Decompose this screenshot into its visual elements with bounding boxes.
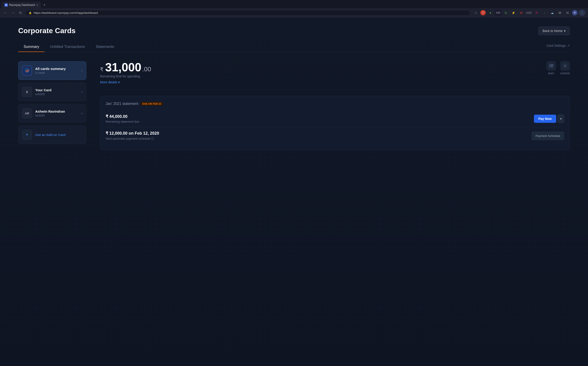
team-icon (547, 61, 556, 70)
tabs-row: Summary Unbilled Transactions Statements… (18, 42, 570, 52)
pay-now-section: Pay Now ▾ (534, 114, 564, 123)
card-item-your-card[interactable]: X Your Card xx5325 › (18, 83, 86, 101)
extension-icon-2[interactable]: ● (487, 9, 494, 16)
ashwin-card-icon: AR (22, 108, 32, 118)
your-card-name: Your Card (35, 88, 78, 92)
extension-icon-11[interactable]: M (557, 9, 563, 16)
new-tab-button[interactable]: + (42, 2, 47, 8)
extension-icon-9[interactable]: ↓ (541, 9, 548, 16)
tab-summary[interactable]: Summary (18, 42, 45, 52)
balance-section: ₹ 31,000 .00 Remaining limit for spendin… (100, 61, 570, 90)
all-cards-summary-sub: 3 cards (35, 71, 78, 75)
address-bar[interactable]: 🔒 https://dashboard.razorpay.com/#/app/d… (25, 10, 470, 16)
card-settings-link[interactable]: Card Settings ↗ (546, 44, 570, 50)
payment-schedule-button[interactable]: Payment Schedule (532, 132, 564, 140)
external-link-icon: ↗ (567, 44, 570, 47)
card-item-all-summary[interactable]: All cards summary 3 cards › (18, 61, 86, 80)
tab-unbilled-transactions[interactable]: Unbilled Transactions (45, 42, 90, 52)
main-content: All cards summary 3 cards › X Your Card … (18, 61, 570, 150)
close-tab-button[interactable]: × (36, 3, 38, 7)
ashwin-card-name: Ashwin Ravindran (35, 109, 78, 113)
back-button[interactable]: ← (3, 10, 8, 15)
svg-rect-0 (26, 71, 27, 72)
card-details: ₹ 31,000 .00 Remaining limit for spendin… (100, 61, 570, 150)
page-title: Corporate Cards (18, 27, 76, 35)
extension-icon-7[interactable]: ASP (526, 9, 532, 16)
tab-title: Razorpay Dashboard (9, 3, 35, 7)
statement-due-info: ₹ 44,000.00 Remaining statement due (106, 114, 139, 123)
extension-icon-12[interactable]: N (564, 9, 571, 16)
url-text: https://dashboard.razorpay.com/#/app/das… (34, 11, 98, 15)
ashwin-card-info: Ashwin Ravindran xx3243 (35, 109, 78, 117)
your-card-icon-text: X (26, 90, 28, 94)
add-on-card-item[interactable]: + Get an Add-on Card (18, 125, 86, 144)
extension-icon-8[interactable]: P (534, 9, 540, 16)
action-icons: team controls (547, 61, 570, 75)
balance-amount-row: ₹ 31,000 .00 (100, 61, 151, 73)
chevron-down-icon: ▾ (564, 29, 565, 33)
header-row: Corporate Cards Back to Home ▾ (18, 27, 570, 35)
browser-tab[interactable]: R Razorpay Dashboard × (2, 2, 41, 8)
your-card-icon: X (22, 87, 32, 97)
auto-payment-label: Next automatic payment schedule ⓘ (106, 137, 159, 141)
svg-point-5 (564, 65, 566, 67)
controls-label: controls (560, 72, 570, 75)
team-label: team (548, 72, 554, 75)
all-cards-summary-info: All cards summary 3 cards (35, 67, 78, 75)
currency-symbol: ₹ (100, 66, 103, 73)
add-card-icon: + (22, 130, 32, 140)
extension-icon-4[interactable]: G (503, 9, 509, 16)
browser-addressbar: ← → ↻ 🔒 https://dashboard.razorpay.com/#… (0, 8, 588, 17)
due-badge: DUE ON FEB 22 (141, 102, 163, 106)
controls-icon (560, 61, 570, 70)
more-details-link[interactable]: More details ▾ (100, 80, 151, 84)
chevron-down-icon-details: ▾ (118, 80, 120, 84)
controls-action-button[interactable]: controls (560, 61, 570, 75)
all-cards-summary-name: All cards summary (35, 67, 78, 71)
svg-point-3 (549, 64, 551, 66)
extension-icon-3[interactable]: 430 (495, 9, 501, 16)
extension-icon-5[interactable]: ⚡ (510, 9, 517, 16)
extension-icon-10[interactable]: ☁ (549, 9, 555, 16)
tab-statements[interactable]: Statements (90, 42, 119, 52)
statement-due-label: Remaining statement due (106, 120, 139, 123)
svg-point-4 (552, 64, 553, 66)
bookmark-icon[interactable]: ☆ (472, 9, 479, 16)
back-to-home-button[interactable]: Back to Home ▾ (538, 27, 570, 35)
balance-info: ₹ 31,000 .00 Remaining limit for spendin… (100, 61, 151, 84)
extension-icon-1[interactable]: 🛡 (480, 10, 486, 15)
pay-now-button[interactable]: Pay Now (534, 115, 556, 123)
team-action-button[interactable]: team (547, 61, 556, 75)
menu-icon[interactable]: ⋮ (579, 9, 585, 16)
more-details-label: More details (100, 80, 117, 84)
balance-label: Remaining limit for spending (100, 75, 151, 78)
lock-icon: 🔒 (29, 11, 32, 14)
svg-rect-1 (27, 70, 28, 72)
info-icon: ⓘ (151, 137, 154, 140)
profile-icon[interactable]: P (572, 10, 578, 15)
auto-payment-amount: ₹ 12,000.00 on Feb 12, 2020 (106, 131, 159, 136)
ashwin-card-icon-text: AR (25, 112, 29, 115)
add-on-card-label: Get an Add-on Card (35, 133, 65, 137)
browser-tabs: R Razorpay Dashboard × + (0, 0, 588, 8)
ashwin-card-chevron-icon: › (81, 111, 83, 115)
statement-row-auto-payment: ₹ 12,000.00 on Feb 12, 2020 Next automat… (106, 127, 564, 145)
card-item-ashwin[interactable]: AR Ashwin Ravindran xx3243 › (18, 104, 86, 123)
amount-main: 31,000 (105, 61, 141, 73)
statement-due-amount: ₹ 44,000.00 (106, 114, 139, 119)
back-to-home-label: Back to Home (542, 29, 563, 33)
forward-button[interactable]: → (10, 10, 16, 15)
cards-list: All cards summary 3 cards › X Your Card … (18, 61, 86, 150)
amount-decimal: .00 (142, 66, 151, 73)
your-card-info: Your Card xx5325 (35, 88, 78, 96)
pay-now-dropdown-button[interactable]: ▾ (557, 114, 564, 123)
tabs-container: Summary Unbilled Transactions Statements (18, 42, 119, 52)
shield-bar-icon (24, 68, 30, 74)
statement-section: Jan' 2021 statement DUE ON FEB 22 ₹ 44,0… (100, 96, 570, 150)
browser-icons: ☆ 🛡 ● 430 G ⚡ W ASP P ↓ ☁ M N P ⋮ (472, 9, 585, 16)
statement-title: Jan' 2021 statement (106, 102, 138, 106)
your-card-sub: xx5325 (35, 92, 78, 96)
extension-icon-6[interactable]: W (518, 9, 524, 16)
svg-rect-2 (28, 69, 29, 72)
refresh-button[interactable]: ↻ (18, 10, 23, 15)
